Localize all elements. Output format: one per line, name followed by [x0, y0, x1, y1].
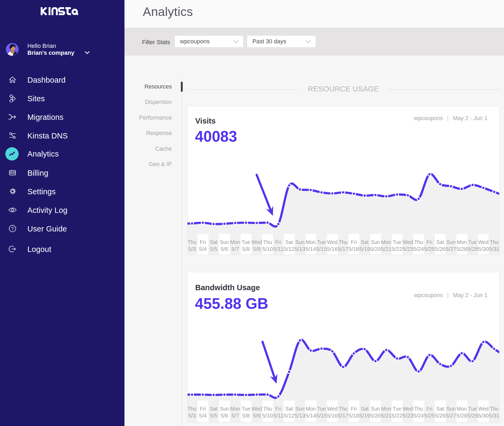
svg-text:Mon: Mon — [381, 239, 391, 245]
svg-text:Mon: Mon — [457, 239, 467, 245]
svg-text:5/7: 5/7 — [231, 412, 239, 419]
svg-text:5/20: 5/20 — [370, 246, 381, 252]
svg-text:5/29: 5/29 — [467, 412, 478, 419]
svg-text:Mon: Mon — [306, 239, 316, 245]
svg-text:Sun: Sun — [371, 406, 380, 412]
svg-text:5/21: 5/21 — [381, 246, 391, 252]
svg-text:5/21: 5/21 — [381, 412, 391, 419]
svg-text:Tue: Tue — [468, 239, 477, 245]
svg-text:5/4: 5/4 — [199, 412, 207, 419]
svg-text:5/18: 5/18 — [348, 412, 359, 419]
svg-text:Sun: Sun — [371, 239, 380, 245]
svg-text:5/15: 5/15 — [316, 412, 327, 419]
svg-text:Fri: Fri — [426, 406, 432, 412]
svg-text:5/7: 5/7 — [231, 246, 239, 252]
svg-text:Mon: Mon — [230, 406, 240, 412]
svg-text:5/14: 5/14 — [305, 412, 316, 419]
svg-text:5/31: 5/31 — [489, 412, 499, 419]
svg-text:5/6: 5/6 — [220, 246, 228, 252]
svg-text:Tue: Tue — [393, 239, 402, 245]
svg-text:Thu: Thu — [339, 239, 347, 245]
svg-text:5/17: 5/17 — [338, 246, 348, 252]
svg-text:Tue: Tue — [468, 406, 477, 412]
svg-text:Fri: Fri — [275, 239, 281, 245]
svg-text:5/28: 5/28 — [456, 412, 467, 419]
svg-text:5/6: 5/6 — [220, 412, 228, 419]
svg-text:5/16: 5/16 — [327, 412, 338, 419]
svg-text:5/20: 5/20 — [370, 412, 381, 419]
svg-text:Wed: Wed — [403, 239, 413, 245]
svg-text:Mon: Mon — [306, 406, 316, 412]
svg-text:5/23: 5/23 — [402, 246, 413, 252]
svg-text:Sat: Sat — [436, 239, 444, 245]
svg-text:Thu: Thu — [263, 239, 272, 245]
svg-text:5/10: 5/10 — [262, 246, 273, 252]
svg-text:Fri: Fri — [275, 406, 281, 412]
svg-text:5/3: 5/3 — [188, 246, 196, 252]
svg-text:Fri: Fri — [351, 406, 357, 412]
svg-text:Wed: Wed — [478, 406, 489, 412]
svg-text:5/22: 5/22 — [392, 412, 402, 419]
svg-text:Thu: Thu — [414, 239, 423, 245]
svg-text:5/9: 5/9 — [253, 246, 261, 252]
svg-text:Wed: Wed — [327, 239, 338, 245]
svg-text:5/8: 5/8 — [242, 246, 250, 252]
svg-text:Thu: Thu — [188, 239, 196, 245]
svg-text:5/26: 5/26 — [435, 412, 445, 419]
svg-text:Sat: Sat — [361, 406, 369, 412]
svg-text:Mon: Mon — [457, 406, 467, 412]
svg-text:5/5: 5/5 — [210, 412, 218, 419]
svg-text:Fri: Fri — [200, 406, 206, 412]
svg-text:Thu: Thu — [490, 406, 498, 412]
svg-text:Thu: Thu — [188, 406, 196, 412]
svg-text:5/12: 5/12 — [284, 246, 294, 252]
svg-text:5/5: 5/5 — [210, 246, 218, 252]
svg-text:5/31: 5/31 — [489, 246, 499, 252]
svg-text:5/29: 5/29 — [467, 246, 478, 252]
svg-text:Thu: Thu — [414, 406, 423, 412]
svg-text:Wed: Wed — [252, 239, 262, 245]
svg-text:Tue: Tue — [242, 406, 251, 412]
svg-text:Tue: Tue — [393, 406, 402, 412]
svg-text:Fri: Fri — [426, 239, 432, 245]
svg-text:5/11: 5/11 — [273, 246, 284, 252]
svg-text:5/13: 5/13 — [295, 246, 305, 252]
svg-text:5/24: 5/24 — [413, 412, 424, 419]
svg-text:5/19: 5/19 — [359, 412, 370, 419]
svg-text:5/25: 5/25 — [424, 412, 435, 419]
svg-text:Wed: Wed — [327, 406, 338, 412]
svg-text:Sat: Sat — [436, 406, 444, 412]
svg-text:Sat: Sat — [210, 239, 218, 245]
svg-text:Sat: Sat — [285, 406, 293, 412]
svg-text:Sun: Sun — [447, 239, 456, 245]
svg-text:Sat: Sat — [361, 239, 369, 245]
svg-text:Mon: Mon — [381, 406, 391, 412]
svg-text:5/30: 5/30 — [478, 412, 489, 419]
svg-text:Mon: Mon — [230, 239, 240, 245]
svg-text:5/17: 5/17 — [338, 412, 348, 419]
svg-text:Sun: Sun — [220, 406, 229, 412]
svg-text:5/13: 5/13 — [295, 412, 305, 419]
svg-text:5/24: 5/24 — [413, 246, 424, 252]
svg-text:5/11: 5/11 — [273, 412, 284, 419]
svg-text:5/28: 5/28 — [456, 246, 467, 252]
svg-text:Tue: Tue — [317, 406, 326, 412]
svg-text:Thu: Thu — [339, 406, 347, 412]
svg-text:5/23: 5/23 — [402, 412, 413, 419]
svg-text:Sat: Sat — [210, 406, 218, 412]
svg-text:Fri: Fri — [351, 239, 357, 245]
svg-text:Sun: Sun — [447, 406, 456, 412]
svg-text:5/4: 5/4 — [199, 246, 207, 252]
svg-text:5/3: 5/3 — [188, 412, 196, 419]
svg-text:5/22: 5/22 — [392, 246, 402, 252]
svg-text:Sun: Sun — [220, 239, 229, 245]
svg-text:5/12: 5/12 — [284, 412, 294, 419]
svg-text:5/10: 5/10 — [262, 412, 273, 419]
svg-text:Tue: Tue — [317, 239, 326, 245]
svg-text:5/26: 5/26 — [435, 246, 445, 252]
svg-text:Sun: Sun — [295, 239, 305, 245]
svg-text:5/30: 5/30 — [478, 246, 489, 252]
svg-text:5/18: 5/18 — [348, 246, 359, 252]
svg-text:Tue: Tue — [242, 239, 251, 245]
svg-text:5/8: 5/8 — [242, 412, 250, 419]
